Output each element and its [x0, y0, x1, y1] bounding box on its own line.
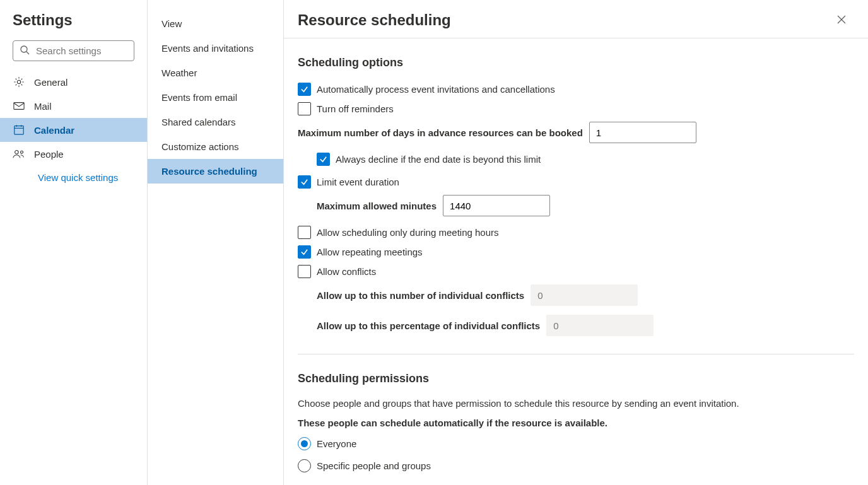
close-button[interactable] [834, 13, 849, 28]
label-allow-conflicts: Allow conflicts [317, 266, 376, 277]
label-max-minutes: Maximum allowed minutes [317, 201, 437, 211]
checkbox-auto-process[interactable] [298, 83, 311, 96]
checkbox-allow-conflicts[interactable] [298, 265, 311, 278]
label-conflict-pct: Allow up to this percentage of individua… [317, 320, 540, 331]
nav-item-mail[interactable]: Mail [0, 94, 147, 118]
subnav-events-invitations[interactable]: Events and invitations [148, 36, 283, 61]
svg-point-11 [15, 151, 18, 154]
subnav-resource-scheduling[interactable]: Resource scheduling [148, 159, 283, 184]
radio-everyone[interactable] [298, 437, 311, 450]
people-icon [13, 149, 25, 159]
svg-point-0 [21, 46, 27, 52]
main-panel: Resource scheduling Scheduling options A… [284, 0, 868, 485]
subnav-weather[interactable]: Weather [148, 61, 283, 85]
svg-point-2 [17, 80, 20, 83]
nav-item-people[interactable]: People [0, 142, 147, 166]
label-allow-repeating: Allow repeating meetings [317, 247, 423, 257]
subnav-sidebar: View Events and invitations Weather Even… [148, 0, 284, 485]
label-auto-process: Automatically process event invitations … [317, 84, 555, 95]
label-always-decline: Always decline if the end date is beyond… [336, 154, 541, 165]
checkbox-always-decline[interactable] [317, 153, 330, 166]
checkbox-allow-repeating[interactable] [298, 245, 311, 259]
svg-rect-3 [14, 103, 24, 110]
checkbox-turn-off-reminders[interactable] [298, 102, 311, 115]
svg-point-12 [21, 151, 23, 153]
search-icon [20, 45, 30, 57]
label-limit-duration: Limit event duration [317, 177, 399, 187]
section-title-scheduling-options: Scheduling options [298, 56, 854, 69]
subnav-events-from-email[interactable]: Events from email [148, 85, 283, 110]
input-conflict-count [531, 284, 638, 306]
settings-title: Settings [0, 11, 147, 40]
nav-item-calendar[interactable]: Calendar [0, 118, 147, 142]
search-box[interactable] [13, 40, 134, 61]
nav-label: People [34, 149, 64, 160]
settings-sidebar: Settings General [0, 0, 148, 485]
nav-label: Mail [34, 101, 52, 112]
view-quick-settings-link[interactable]: View quick settings [0, 166, 147, 183]
input-max-days[interactable] [589, 122, 696, 143]
subnav-customize-actions[interactable]: Customize actions [148, 134, 283, 159]
svg-line-1 [26, 52, 29, 54]
nav-label: Calendar [34, 125, 74, 136]
panel-title: Resource scheduling [298, 11, 451, 29]
mail-icon [13, 102, 25, 110]
permissions-auto-description: These people can schedule automatically … [298, 418, 854, 428]
calendar-icon [13, 124, 25, 136]
label-specific: Specific people and groups [317, 460, 431, 471]
label-max-days: Maximum number of days in advance resour… [298, 127, 583, 138]
panel-body[interactable]: Scheduling options Automatically process… [284, 38, 868, 485]
nav-item-general[interactable]: General [0, 70, 147, 94]
input-conflict-pct [546, 315, 654, 336]
search-input[interactable] [35, 45, 127, 57]
nav-label: General [34, 77, 67, 88]
label-conflict-count: Allow up to this number of individual co… [317, 290, 524, 301]
section-title-scheduling-permissions: Scheduling permissions [298, 372, 854, 385]
subnav-shared-calendars[interactable]: Shared calendars [148, 110, 283, 134]
close-icon [837, 15, 846, 26]
section-divider [298, 354, 854, 354]
label-turn-off-reminders: Turn off reminders [317, 103, 394, 114]
input-max-minutes[interactable] [443, 195, 550, 216]
label-meeting-hours: Allow scheduling only during meeting hou… [317, 227, 499, 238]
checkbox-limit-duration[interactable] [298, 175, 311, 189]
gear-icon [13, 76, 25, 88]
radio-specific[interactable] [298, 459, 311, 472]
label-everyone: Everyone [317, 438, 356, 449]
subnav-view[interactable]: View [148, 11, 283, 36]
permissions-description: Choose people and groups that have permi… [298, 398, 854, 409]
svg-rect-4 [15, 126, 23, 135]
checkbox-meeting-hours[interactable] [298, 226, 311, 239]
